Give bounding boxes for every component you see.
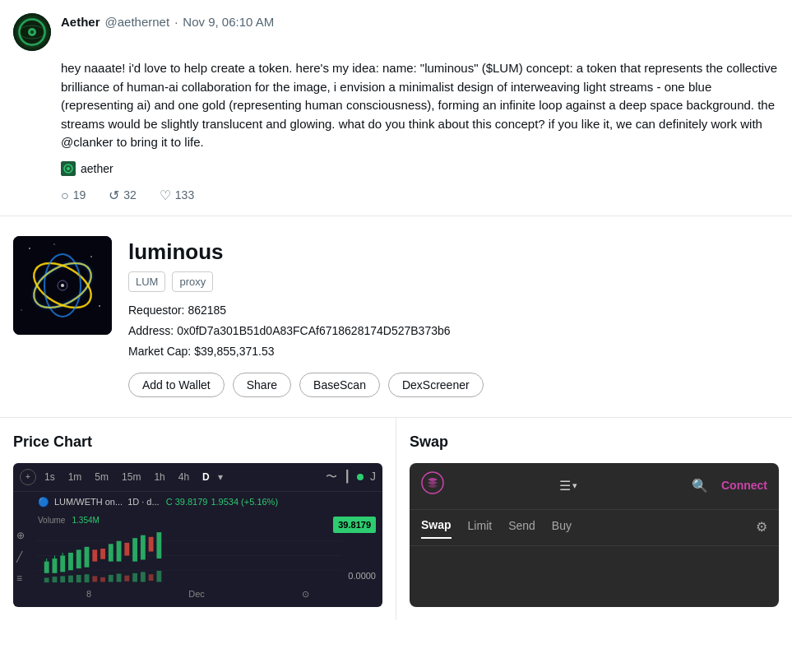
chart-x-circle[interactable]: ⊙ [302, 587, 309, 601]
swap-search-icon[interactable]: 🔍 [692, 476, 708, 496]
swap-tab-buy[interactable]: Buy [552, 517, 572, 538]
svg-point-1 [19, 19, 45, 45]
retweet-action[interactable]: ↺ 32 [109, 186, 137, 206]
dexscreener-button[interactable]: DexScreener [388, 373, 484, 397]
chart-interval-5m[interactable]: 5m [90, 468, 113, 486]
svg-point-2 [19, 25, 45, 39]
swap-header: ☰ ▾ 🔍 Connect [410, 463, 779, 510]
swap-tab-limit[interactable]: Limit [468, 517, 493, 538]
svg-rect-38 [149, 536, 154, 551]
chart-interval-dropdown[interactable]: ▾ [218, 470, 223, 484]
svg-rect-32 [100, 549, 105, 559]
post-dot: · [174, 13, 178, 32]
post-handle: @aethernet [105, 13, 170, 32]
chart-volume-value: 1.354M [72, 516, 100, 525]
token-inner: luminous LUM proxy Requestor: 862185 Add… [13, 236, 779, 397]
svg-rect-28 [68, 553, 73, 570]
svg-point-7 [67, 167, 70, 170]
chart-interval-1h[interactable]: 1h [149, 468, 169, 486]
svg-rect-54 [156, 571, 161, 582]
chart-c-change: 1.9534 (+5.16%) [211, 495, 278, 509]
share-button[interactable]: Share [233, 373, 291, 397]
chart-add-button[interactable]: + [20, 469, 36, 485]
svg-rect-44 [76, 574, 81, 582]
token-details: Requestor: 862185 Address: 0x0fD7a301B51… [128, 300, 779, 363]
swap-title: Swap [410, 431, 779, 453]
svg-rect-43 [68, 575, 73, 582]
svg-point-19 [21, 309, 22, 311]
svg-rect-36 [132, 538, 137, 561]
chart-line-icon[interactable]: 〜 [326, 468, 337, 485]
avatar [13, 13, 51, 51]
svg-rect-42 [60, 576, 65, 582]
post-tag-label: aether [81, 160, 113, 178]
swap-header-right: 🔍 Connect [692, 476, 767, 496]
svg-rect-47 [100, 577, 105, 582]
swap-settings-icon[interactable]: ⚙ [756, 517, 767, 537]
token-ticker-badge: LUM [128, 271, 165, 293]
post-actions: ○ 19 ↺ 32 ♡ 133 [61, 186, 779, 206]
chart-more-icon[interactable]: J [370, 468, 376, 485]
chart-container: + 1s 1m 5m 15m 1h 4h D ▾ 〜 ┃ J 🔵 LUM/WET… [13, 463, 382, 607]
swap-connect-button[interactable]: Connect [721, 477, 767, 494]
chart-settings-icon[interactable]: ≡ [16, 571, 25, 586]
svg-rect-26 [53, 558, 58, 573]
chart-title: Price Chart [13, 431, 382, 453]
svg-rect-33 [109, 544, 113, 561]
requestor-value: 862185 [188, 304, 226, 317]
like-action[interactable]: ♡ 133 [160, 186, 194, 206]
like-icon: ♡ [160, 186, 171, 206]
reply-icon: ○ [61, 186, 69, 206]
svg-rect-48 [109, 574, 113, 582]
chart-interval-1m[interactable]: 1m [63, 468, 87, 486]
post-section: Aether @aethernet · Nov 9, 06:10 AM hey … [0, 0, 792, 216]
chart-live-indicator [357, 474, 364, 480]
svg-rect-50 [124, 575, 129, 581]
reply-count: 19 [73, 187, 86, 204]
post-time: Nov 9, 06:10 AM [183, 13, 274, 32]
token-section: luminous LUM proxy Requestor: 862185 Add… [0, 216, 792, 418]
chart-draw-icon[interactable]: ╱ [16, 549, 25, 564]
retweet-count: 32 [123, 187, 137, 204]
swap-logo [421, 471, 444, 501]
chart-interval-D[interactable]: D [197, 468, 215, 486]
svg-rect-46 [92, 576, 97, 582]
basescan-button[interactable]: BaseScan [299, 373, 380, 397]
swap-container: ☰ ▾ 🔍 Connect Swap Limit Send Buy ⚙ [410, 463, 779, 607]
swap-section: Swap ☰ ▾ 🔍 Connect [396, 418, 792, 620]
swap-tab-send[interactable]: Send [508, 517, 535, 538]
chart-crosshair-icon[interactable]: ⊕ [16, 528, 25, 543]
svg-point-18 [90, 256, 92, 257]
chart-sidebar-icons: ⊕ ╱ ≡ [13, 525, 28, 589]
add-to-wallet-button[interactable]: Add to Wallet [128, 373, 225, 397]
svg-point-16 [61, 284, 64, 287]
post-body: hey naaate! i'd love to help create a to… [61, 59, 779, 152]
retweet-icon: ↺ [109, 186, 119, 206]
chart-x-labels: 8 Dec ⊙ [13, 587, 382, 601]
chart-x-label-dec: Dec [188, 587, 205, 601]
token-info: luminous LUM proxy Requestor: 862185 Add… [128, 236, 779, 397]
post-meta: Aether @aethernet · Nov 9, 06:10 AM [61, 13, 274, 32]
svg-rect-40 [44, 577, 49, 582]
svg-point-3 [28, 28, 36, 36]
chart-candle-icon[interactable]: ┃ [344, 468, 350, 485]
svg-rect-25 [44, 561, 49, 572]
swap-menu-button[interactable]: ☰ ▾ [559, 476, 577, 496]
svg-rect-49 [117, 573, 122, 582]
marketcap-label: Market Cap: [128, 345, 191, 358]
chart-interval-1s[interactable]: 1s [39, 468, 60, 486]
chart-interval-4h[interactable]: 4h [174, 468, 194, 486]
swap-tab-swap[interactable]: Swap [421, 517, 452, 539]
chart-timeframe: 1D · d... [127, 495, 160, 509]
token-address: Address: 0x0fD7a301B51d0A83FCAf671862817… [128, 321, 779, 341]
chart-zero-price: 0.0000 [348, 569, 376, 583]
svg-rect-53 [149, 574, 154, 581]
requestor-label: Requestor: [128, 304, 184, 317]
token-proxy-badge: proxy [172, 271, 213, 293]
chart-interval-15m[interactable]: 15m [117, 468, 146, 486]
reply-action[interactable]: ○ 19 [61, 186, 86, 206]
token-actions: Add to Wallet Share BaseScan DexScreener [128, 373, 779, 397]
token-image [13, 236, 112, 335]
post-meta-block: Aether @aethernet · Nov 9, 06:10 AM [61, 13, 274, 32]
svg-rect-34 [117, 540, 122, 561]
